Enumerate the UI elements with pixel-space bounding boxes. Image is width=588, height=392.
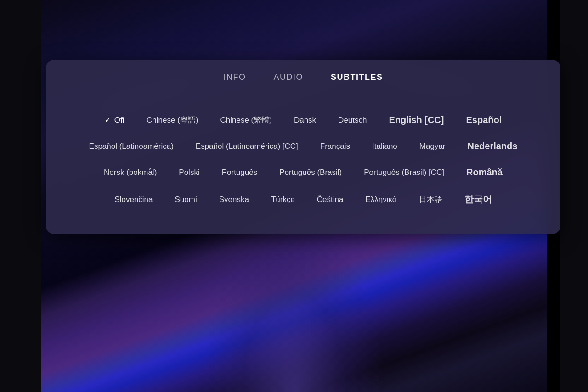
lang-turkce[interactable]: Türkçe — [260, 190, 306, 210]
lang-espanol-latin[interactable]: Español (Latinoamérica) — [78, 136, 185, 157]
lang-dansk[interactable]: Dansk — [283, 110, 327, 130]
lang-espanol-latin-cc[interactable]: Español (Latinoamérica) [CC] — [185, 136, 309, 157]
lang-greek[interactable]: Ελληνικά — [354, 190, 407, 210]
subtitles-modal: INFO AUDIO SUBTITLES ✓ Off Chinese (粵語) … — [46, 60, 560, 234]
lang-nederlands[interactable]: Nederlands — [457, 135, 529, 157]
bg-right — [560, 0, 588, 392]
tab-audio[interactable]: AUDIO — [273, 73, 303, 86]
lang-svenska[interactable]: Svenska — [208, 190, 260, 210]
lang-suomi[interactable]: Suomi — [164, 190, 208, 210]
lang-slovencina[interactable]: Slovenčina — [103, 190, 164, 210]
lang-polski[interactable]: Polski — [168, 162, 210, 183]
lang-italiano[interactable]: Italiano — [361, 136, 408, 157]
lang-espanol[interactable]: Español — [455, 109, 513, 131]
language-grid: ✓ Off Chinese (粵語) Chinese (繁體) Dansk De… — [46, 109, 560, 211]
lang-francais[interactable]: Français — [309, 136, 361, 157]
lang-chinese-cantonese[interactable]: Chinese (粵語) — [136, 109, 209, 131]
checkmark-icon: ✓ — [105, 116, 111, 124]
lang-row-4: Slovenčina Suomi Svenska Türkçe Čeština … — [69, 188, 537, 211]
lang-row-1: ✓ Off Chinese (粵語) Chinese (繁體) Dansk De… — [69, 109, 537, 131]
figure-area — [202, 218, 386, 392]
lang-row-3: Norsk (bokmål) Polski Português Portuguê… — [69, 162, 537, 183]
lang-korean[interactable]: 한국어 — [453, 188, 503, 211]
lang-portugues-brasil[interactable]: Português (Brasil) — [268, 162, 353, 183]
lang-cestina[interactable]: Čeština — [306, 190, 355, 210]
tabs-row: INFO AUDIO SUBTITLES — [46, 60, 560, 95]
lang-magyar[interactable]: Magyar — [408, 136, 457, 157]
lang-chinese-traditional[interactable]: Chinese (繁體) — [209, 109, 283, 131]
lang-off[interactable]: ✓ Off — [94, 110, 136, 130]
lang-english-cc[interactable]: English [CC] — [378, 109, 455, 131]
lang-romana[interactable]: Română — [455, 162, 514, 183]
lang-portugues[interactable]: Português — [211, 162, 269, 183]
tab-info[interactable]: INFO — [223, 73, 246, 86]
lang-deutsch[interactable]: Deutsch — [327, 110, 378, 130]
lang-japanese[interactable]: 日本語 — [408, 189, 453, 210]
lang-norsk[interactable]: Norsk (bokmål) — [93, 162, 168, 183]
tab-subtitles[interactable]: SUBTITLES — [331, 73, 383, 86]
lang-row-2: Español (Latinoamérica) Español (Latinoa… — [69, 135, 537, 157]
lang-portugues-brasil-cc[interactable]: Português (Brasil) [CC] — [353, 162, 455, 183]
